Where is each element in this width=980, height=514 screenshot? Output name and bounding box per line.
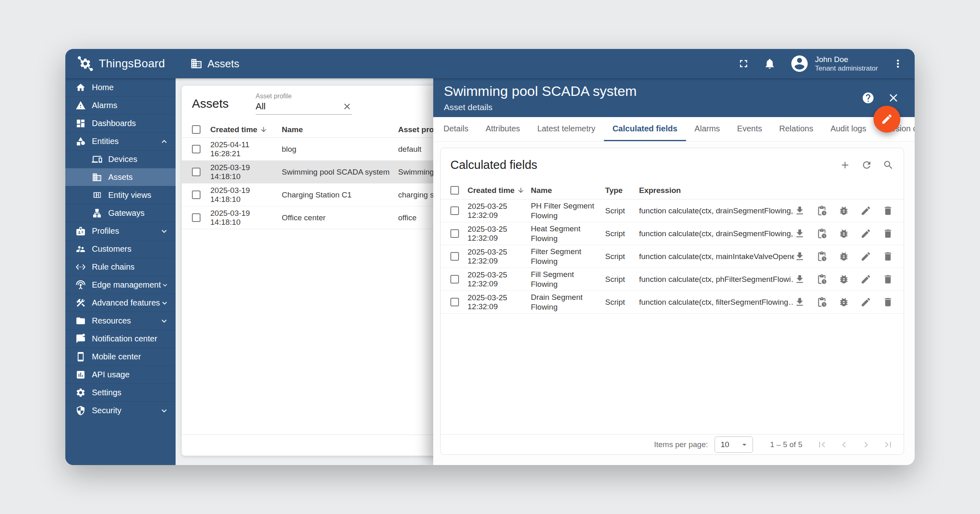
clear-filter-button[interactable] (342, 102, 352, 111)
column-expression[interactable]: Expression (639, 186, 794, 195)
calculated-field-row[interactable]: 2025-03-25 12:32:09 Filter Segment Flowi… (441, 245, 904, 268)
sidebar-item-api-usage[interactable]: API usage (65, 366, 176, 383)
row-checkbox[interactable] (192, 145, 200, 153)
row-checkbox[interactable] (450, 275, 459, 284)
row-checkbox[interactable] (192, 213, 200, 222)
row-checkbox[interactable] (450, 298, 459, 306)
download-button[interactable] (794, 205, 805, 216)
tab-attributes[interactable]: Attributes (477, 117, 528, 141)
delete-button[interactable] (882, 228, 893, 239)
sidebar-item-security[interactable]: Security (65, 401, 176, 419)
download-button[interactable] (794, 274, 805, 285)
sidebar-item-rule-chains[interactable]: Rule chains (65, 258, 176, 276)
search-button[interactable] (883, 160, 894, 171)
events-button[interactable] (816, 274, 827, 285)
sidebar-item-notification-center[interactable]: Notification center (65, 330, 176, 348)
edit-button[interactable] (860, 251, 871, 262)
cell-expression: function calculate(ctx, filterSegmentFlo… (639, 298, 794, 307)
edit-asset-fab[interactable] (873, 106, 900, 133)
row-checkbox[interactable] (450, 229, 459, 238)
close-panel-button[interactable] (887, 91, 900, 104)
sidebar-item-home[interactable]: Home (65, 78, 176, 96)
sidebar-item-mobile-center[interactable]: Mobile center (65, 348, 176, 366)
sidebar-item-resources[interactable]: Resources (65, 312, 176, 330)
notifications-button[interactable] (764, 58, 776, 70)
edit-button[interactable] (860, 205, 871, 216)
refresh-button[interactable] (861, 160, 872, 171)
bug-icon (838, 274, 849, 285)
calculated-field-row[interactable]: 2025-03-25 12:32:09 Drain Segment Flowin… (441, 291, 904, 314)
first-page-button[interactable] (816, 439, 828, 450)
debug-button[interactable] (838, 274, 849, 285)
debug-button[interactable] (838, 205, 849, 216)
asset-profile-select[interactable]: All (256, 101, 352, 115)
add-calculated-field-button[interactable] (840, 160, 851, 171)
debug-button[interactable] (838, 251, 849, 262)
debug-button[interactable] (838, 228, 849, 239)
column-created-time[interactable]: Created time (468, 186, 531, 195)
column-name[interactable]: Name (282, 125, 398, 134)
close-icon (887, 91, 900, 104)
debug-button[interactable] (838, 297, 849, 308)
calculated-field-row[interactable]: 2025-03-25 12:32:09 Heat Segment Flowing… (441, 222, 904, 245)
events-button[interactable] (816, 205, 827, 216)
sidebar-item-profiles[interactable]: Profiles (65, 222, 176, 240)
sidebar-item-assets[interactable]: Assets (65, 168, 176, 186)
sidebar-item-edge-management[interactable]: Edge management (65, 276, 176, 294)
sidebar-item-settings[interactable]: Settings (65, 383, 176, 401)
tab-details[interactable]: Details (435, 117, 477, 141)
sidebar-item-entities[interactable]: Entities (65, 132, 176, 150)
next-page-button[interactable] (860, 439, 872, 450)
edit-button[interactable] (860, 274, 871, 285)
sidebar-item-label: Entity views (108, 191, 151, 200)
delete-button[interactable] (882, 297, 893, 308)
events-button[interactable] (816, 228, 827, 239)
sidebar-item-customers[interactable]: Customers (65, 240, 176, 258)
calculated-field-row[interactable]: 2025-03-25 12:32:09 Fill Segment Flowing… (441, 268, 904, 291)
column-created-time[interactable]: Created time (210, 125, 282, 134)
more-menu-button[interactable] (892, 58, 904, 70)
tab-alarms[interactable]: Alarms (686, 117, 728, 141)
tab-events[interactable]: Events (728, 117, 771, 141)
select-all-checkbox[interactable] (450, 186, 459, 195)
delete-button[interactable] (882, 251, 893, 262)
column-type[interactable]: Type (605, 186, 639, 195)
previous-page-button[interactable] (838, 439, 850, 450)
cell-type: Script (605, 252, 639, 261)
events-button[interactable] (816, 251, 827, 262)
sidebar-item-gateways[interactable]: Gateways (65, 204, 176, 222)
user-menu[interactable]: John Doe Tenant administrator (790, 54, 878, 73)
sidebar-item-entity-views[interactable]: Entity views (65, 186, 176, 204)
sidebar-item-dashboards[interactable]: Dashboards (65, 114, 176, 132)
row-checkbox[interactable] (450, 206, 459, 215)
delete-button[interactable] (882, 205, 893, 216)
tab-latest-telemetry[interactable]: Latest telemetry (529, 117, 604, 141)
delete-button[interactable] (882, 274, 893, 285)
tab-calculated-fields[interactable]: Calculated fields (604, 117, 686, 141)
sidebar-item-devices[interactable]: Devices (65, 150, 176, 168)
help-button[interactable] (862, 91, 875, 104)
page-size-select[interactable]: 10 (715, 436, 753, 453)
download-button[interactable] (794, 228, 805, 239)
fullscreen-button[interactable] (737, 58, 750, 70)
calculated-field-row[interactable]: 2025-03-25 12:32:09 PH Filter Segment Fl… (441, 199, 904, 222)
download-button[interactable] (794, 251, 805, 262)
tab-audit-logs[interactable]: Audit logs (822, 117, 875, 141)
sidebar-item-advanced-features[interactable]: Advanced features (65, 294, 176, 312)
select-all-checkbox[interactable] (192, 125, 200, 134)
last-page-button[interactable] (882, 439, 894, 450)
tab-relations[interactable]: Relations (771, 117, 822, 141)
cell-type: Script (605, 229, 639, 238)
row-checkbox[interactable] (192, 191, 200, 199)
row-checkbox[interactable] (192, 168, 200, 176)
column-name[interactable]: Name (531, 186, 605, 195)
row-checkbox[interactable] (450, 252, 459, 261)
edit-button[interactable] (860, 228, 871, 239)
chevron-right-icon (860, 439, 872, 450)
edit-button[interactable] (860, 297, 871, 308)
folder-icon (76, 316, 86, 326)
sidebar-item-alarms[interactable]: Alarms (65, 96, 176, 114)
cell-name: Charging Station C1 (282, 191, 398, 199)
events-button[interactable] (816, 297, 827, 308)
download-button[interactable] (794, 297, 805, 308)
